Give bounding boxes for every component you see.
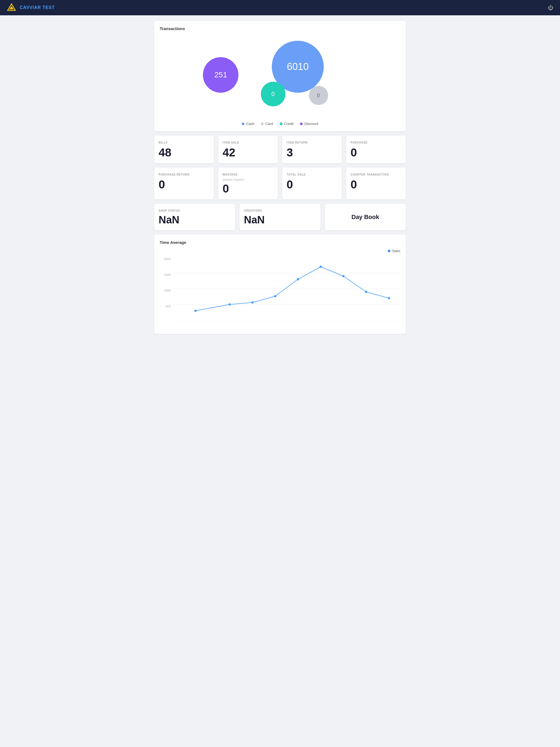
legend-discount: Discount — [300, 122, 318, 126]
sales-legend-dot — [388, 250, 390, 252]
legend-discount-dot — [300, 123, 303, 125]
header-left: CAVVIAR TEST — [6, 3, 55, 12]
svg-point-8 — [229, 303, 231, 305]
svg-point-15 — [388, 297, 390, 299]
legend-credit-dot — [280, 123, 282, 125]
time-average-legend: Sales — [160, 249, 400, 253]
time-average-title: Time Average — [160, 240, 400, 245]
stat-counter-transaction: COUNTER TRANSACTION 0 — [346, 168, 406, 199]
svg-point-11 — [297, 278, 299, 280]
legend-card-dot — [261, 123, 263, 125]
bottom-row: SHOP STATUS NaN CREDITORS NaN Day Book — [154, 204, 406, 230]
transactions-card: Transactions 6010 251 0 0 Cash Card — [154, 21, 406, 131]
stat-purchase: PURCHASE 0 — [346, 136, 406, 163]
svg-point-14 — [365, 291, 367, 293]
app-header: CAVVIAR TEST ⏻ — [0, 0, 560, 15]
power-button[interactable]: ⏻ — [548, 5, 554, 11]
stat-total-sale: TOTAL SALE 0 — [282, 168, 342, 199]
stat-item-return: ITEM RETURN 3 — [282, 136, 342, 163]
stat-purchase-return: PURCHASE RETURN 0 — [154, 168, 214, 199]
stat-bills: BILLS 48 — [154, 136, 214, 163]
legend-cash: Cash — [242, 122, 254, 126]
svg-point-10 — [274, 295, 276, 297]
svg-point-12 — [320, 265, 322, 268]
stats-row-1: BILLS 48 ITEM SALE 42 ITEM RETURN 3 PURC… — [154, 136, 406, 163]
legend-credit: Credit — [280, 122, 294, 126]
svg-point-13 — [342, 275, 345, 277]
chart-plot — [173, 257, 400, 320]
daybook-card[interactable]: Day Book — [325, 204, 406, 230]
stat-wastage: WASTAGE (Kitchen Transfer) 0 — [218, 168, 278, 199]
legend-card: Card — [261, 122, 273, 126]
stat-shop-status: SHOP STATUS NaN — [154, 204, 235, 230]
bubble-chart: 6010 251 0 0 — [160, 35, 400, 117]
bubble-discount: 251 — [203, 57, 238, 93]
bubble-card: 0 — [309, 86, 328, 105]
chart-legend: Cash Card Credit Discount — [160, 120, 400, 126]
time-average-chart: 2000 1500 1000 500 — [160, 257, 400, 328]
svg-point-9 — [251, 301, 253, 304]
bubble-credit: 0 — [261, 82, 285, 106]
legend-cash-dot — [242, 123, 245, 125]
line-chart-svg — [173, 257, 400, 320]
stats-row-2: PURCHASE RETURN 0 WASTAGE (Kitchen Trans… — [154, 168, 406, 199]
stat-creditors: CREDITORS NaN — [239, 204, 321, 230]
transactions-title: Transactions — [160, 26, 400, 31]
main-content: Transactions 6010 251 0 0 Cash Card — [149, 15, 411, 339]
time-average-card: Time Average Sales 2000 1500 1000 500 — [154, 235, 406, 334]
app-title: CAVVIAR TEST — [20, 5, 55, 10]
y-axis: 2000 1500 1000 500 — [160, 257, 173, 320]
stat-item-sale: ITEM SALE 42 — [218, 136, 278, 163]
svg-point-7 — [195, 310, 197, 312]
logo-icon — [6, 3, 17, 12]
